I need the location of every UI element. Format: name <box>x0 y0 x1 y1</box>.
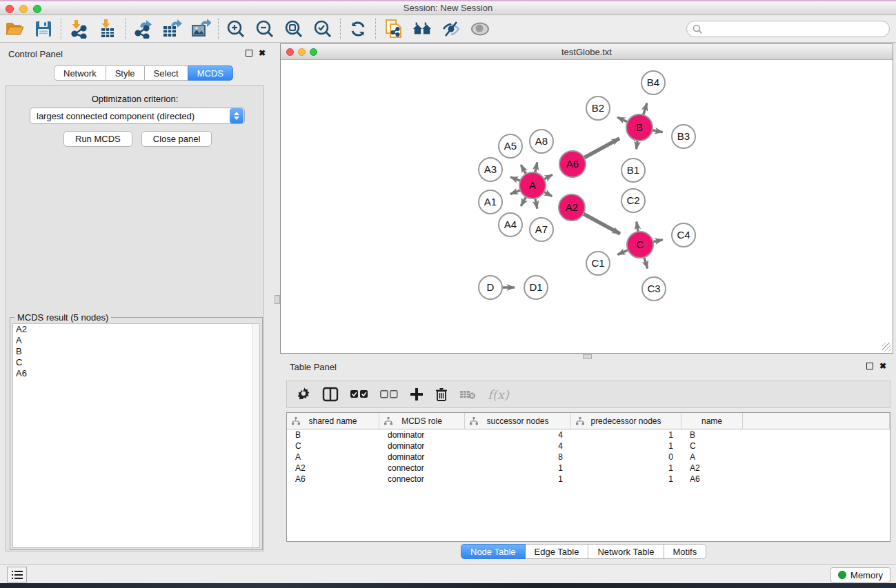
zoom-window-button[interactable] <box>33 5 41 13</box>
memory-button[interactable]: Memory <box>830 567 890 582</box>
table-cell[interactable]: 4 <box>465 430 571 440</box>
zoom-selected-icon[interactable] <box>312 19 333 39</box>
graph-node-A6[interactable]: A6 <box>559 151 586 177</box>
export-image-icon[interactable] <box>190 19 211 39</box>
table-cell[interactable]: A6 <box>287 474 379 484</box>
table-cell[interactable]: A2 <box>681 463 743 473</box>
deselect-all-checkboxes-icon[interactable] <box>380 386 398 403</box>
graph-node-B4[interactable]: B4 <box>641 71 665 94</box>
table-cell[interactable]: C <box>681 441 743 451</box>
scrollbar-track[interactable] <box>252 324 259 547</box>
first-neighbors-icon[interactable] <box>412 19 432 39</box>
table-cell[interactable]: 1 <box>571 430 681 440</box>
close-window-button[interactable] <box>6 5 14 13</box>
column-header-MCDS-role[interactable]: MCDS role <box>379 413 465 429</box>
column-header-successor-nodes[interactable]: successor nodes <box>465 413 571 429</box>
add-column-icon[interactable] <box>410 386 424 403</box>
table-cell[interactable]: 0 <box>571 452 681 462</box>
graph-node-A[interactable]: A <box>519 172 546 199</box>
zoom-view-button[interactable] <box>310 48 317 56</box>
table-cell[interactable]: 8 <box>465 452 571 462</box>
search-input[interactable] <box>703 24 889 34</box>
table-cell[interactable]: B <box>681 430 743 440</box>
result-list-item[interactable]: C <box>13 357 259 368</box>
save-session-icon[interactable] <box>33 19 54 39</box>
result-list-item[interactable]: A2 <box>13 324 259 335</box>
table-cell[interactable]: A <box>287 452 379 462</box>
column-header-predecessor-nodes[interactable]: predecessor nodes <box>571 413 681 429</box>
table-cell[interactable]: dominator <box>379 430 465 440</box>
table-cell[interactable]: 1 <box>465 463 571 473</box>
graph-node-A1[interactable]: A1 <box>479 190 502 214</box>
splitter-grip[interactable] <box>583 354 592 359</box>
result-list-item[interactable]: B <box>13 346 259 357</box>
zoom-fit-icon[interactable] <box>283 19 304 39</box>
close-panel-icon[interactable]: ✖ <box>259 50 266 57</box>
new-network-from-selection-icon[interactable] <box>383 19 404 39</box>
table-cell[interactable]: A6 <box>681 474 743 484</box>
close-panel-icon[interactable]: ✖ <box>879 363 886 369</box>
graph-node-B3[interactable]: B3 <box>672 125 695 148</box>
result-list-item[interactable]: A <box>13 335 259 346</box>
search-field[interactable] <box>686 21 890 37</box>
zoom-in-icon[interactable] <box>226 19 246 39</box>
graph-node-A3[interactable]: A3 <box>479 158 502 181</box>
optimization-criterion-dropdown[interactable]: largest connected component (directed) <box>30 108 245 124</box>
tab-select[interactable]: Select <box>144 65 188 81</box>
table-row[interactable]: A6connector11A6 <box>287 474 890 485</box>
close-panel-button[interactable]: Close panel <box>141 131 212 147</box>
export-network-icon[interactable] <box>132 19 153 39</box>
graph-node-A7[interactable]: A7 <box>530 218 553 241</box>
table-cell[interactable]: 1 <box>571 474 681 484</box>
graph-node-A8[interactable]: A8 <box>530 130 553 153</box>
table-cell[interactable]: connector <box>379 463 465 473</box>
table-cell[interactable]: B <box>287 430 379 440</box>
tab-network[interactable]: Network <box>54 65 106 81</box>
column-header-name[interactable]: name <box>681 413 743 429</box>
open-session-icon[interactable] <box>4 19 25 39</box>
refresh-icon[interactable] <box>348 19 368 39</box>
tab-node-table[interactable]: Node Table <box>461 544 526 559</box>
table-cell[interactable]: dominator <box>379 441 465 451</box>
close-view-button[interactable] <box>286 48 294 56</box>
minimize-window-button[interactable] <box>19 5 28 13</box>
graph-node-C4[interactable]: C4 <box>672 223 695 247</box>
graph-node-C3[interactable]: C3 <box>642 277 666 301</box>
tab-style[interactable]: Style <box>106 65 145 81</box>
float-panel-icon[interactable] <box>246 50 252 57</box>
table-cell[interactable]: C <box>287 441 379 451</box>
import-network-icon[interactable] <box>68 19 89 39</box>
graph-node-A4[interactable]: A4 <box>499 213 522 236</box>
window-resize-grip[interactable] <box>882 343 891 352</box>
hide-selected-icon[interactable] <box>441 19 461 39</box>
export-table-icon[interactable] <box>161 19 182 39</box>
show-column-icon[interactable] <box>322 386 339 403</box>
minimize-view-button[interactable] <box>298 48 306 56</box>
graph-node-D[interactable]: D <box>479 276 502 299</box>
graph-node-C2[interactable]: C2 <box>621 189 645 212</box>
import-table-icon[interactable] <box>97 19 118 39</box>
table-cell[interactable]: 1 <box>571 441 681 451</box>
tab-network-table[interactable]: Network Table <box>588 544 664 559</box>
column-header-shared-name[interactable]: shared name <box>287 413 379 429</box>
mcds-result-list[interactable]: A2ABCA6 <box>12 323 260 548</box>
table-row[interactable]: A2connector11A2 <box>287 463 890 474</box>
table-cell[interactable]: connector <box>379 474 465 484</box>
splitter-grip[interactable] <box>275 295 280 304</box>
settings-gear-icon[interactable] <box>297 386 310 403</box>
graph-node-A2[interactable]: A2 <box>559 194 585 221</box>
table-row[interactable]: Cdominator41C <box>287 440 890 452</box>
result-list-item[interactable]: A6 <box>13 368 259 379</box>
graph-node-B[interactable]: B <box>626 114 653 141</box>
table-cell[interactable]: A2 <box>287 463 379 473</box>
select-all-checkboxes-icon[interactable] <box>350 386 368 403</box>
tab-edge-table[interactable]: Edge Table <box>525 544 589 559</box>
network-window-titlebar[interactable]: testGlobe.txt <box>281 44 893 60</box>
float-panel-icon[interactable] <box>866 363 873 369</box>
table-cell[interactable]: 1 <box>465 474 571 484</box>
run-mcds-button[interactable]: Run MCDS <box>63 131 132 147</box>
network-graph[interactable]: B4B2BB3A8A5A6A3B1AC2A1A2A4A7C4CC1DD1C3 <box>281 61 893 354</box>
graph-node-C[interactable]: C <box>627 232 653 258</box>
graph-node-A5[interactable]: A5 <box>499 134 522 158</box>
show-panels-button[interactable] <box>7 567 27 582</box>
